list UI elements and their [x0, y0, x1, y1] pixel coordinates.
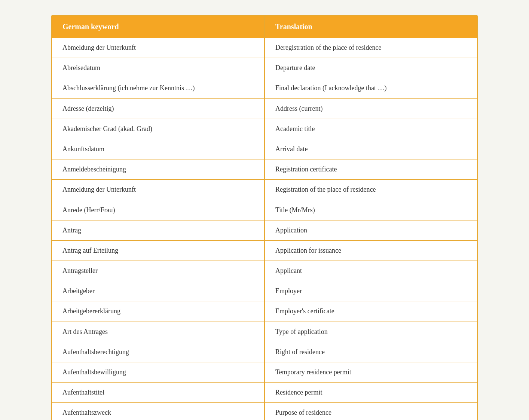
table-row: AufenthaltszweckPurpose of residence — [52, 403, 477, 420]
cell-german: Aufenthaltsberechtigung — [52, 342, 264, 362]
cell-translation: Academic title — [264, 119, 477, 139]
cell-translation: Registration certificate — [264, 159, 477, 180]
cell-german: Antrag auf Erteilung — [52, 240, 264, 261]
cell-translation: Final declaration (I acknowledge that …) — [264, 78, 477, 98]
cell-translation: Right of residence — [264, 342, 477, 362]
cell-translation: Residence permit — [264, 383, 477, 403]
glossary-table-container: German keyword Translation Abmeldung der… — [51, 15, 478, 420]
table-row: Anmeldung der UnterkunftRegistration of … — [52, 180, 477, 200]
cell-german: Abmeldung der Unterkunft — [52, 38, 264, 58]
cell-german: Anrede (Herr/Frau) — [52, 200, 264, 220]
table-row: AufenthaltsbewilligungTemporary residenc… — [52, 362, 477, 383]
cell-translation: Deregistration of the place of residence — [264, 38, 477, 58]
cell-german: Aufenthaltszweck — [52, 403, 264, 420]
cell-german: Ankunftsdatum — [52, 139, 264, 159]
table-row: AntragstellerApplicant — [52, 261, 477, 281]
cell-german: Arbeitgeber — [52, 281, 264, 301]
cell-translation: Temporary residence permit — [264, 362, 477, 383]
table-row: AnkunftsdatumArrival date — [52, 139, 477, 159]
cell-translation: Departure date — [264, 58, 477, 78]
cell-german: Antragsteller — [52, 261, 264, 281]
cell-german: Anmeldebescheinigung — [52, 159, 264, 180]
cell-german: Adresse (derzeitig) — [52, 98, 264, 119]
table-row: Abmeldung der UnterkunftDeregistration o… — [52, 38, 477, 58]
cell-german: Art des Antrages — [52, 322, 264, 342]
cell-translation: Title (Mr/Mrs) — [264, 200, 477, 220]
table-row: ArbeitgebererklärungEmployer's certifica… — [52, 301, 477, 322]
cell-translation: Employer's certificate — [264, 301, 477, 322]
table-row: Akademischer Grad (akad. Grad)Academic t… — [52, 119, 477, 139]
cell-german: Aufenthaltsbewilligung — [52, 362, 264, 383]
cell-german: Abschlusserklärung (ich nehme zur Kenntn… — [52, 78, 264, 98]
table-row: Antrag auf ErteilungApplication for issu… — [52, 240, 477, 261]
cell-translation: Purpose of residence — [264, 403, 477, 420]
cell-translation: Registration of the place of residence — [264, 180, 477, 200]
table-row: ArbeitgeberEmployer — [52, 281, 477, 301]
cell-german: Aufenthaltstitel — [52, 383, 264, 403]
cell-translation: Application — [264, 220, 477, 240]
table-row: Adresse (derzeitig)Address (current) — [52, 98, 477, 119]
table-body: Abmeldung der UnterkunftDeregistration o… — [52, 38, 477, 420]
table-row: AufenthaltsberechtigungRight of residenc… — [52, 342, 477, 362]
glossary-table: German keyword Translation Abmeldung der… — [52, 16, 477, 420]
table-header-row: German keyword Translation — [52, 16, 477, 38]
table-row: AufenthaltstitelResidence permit — [52, 383, 477, 403]
table-row: AntragApplication — [52, 220, 477, 240]
table-row: AnmeldebescheinigungRegistration certifi… — [52, 159, 477, 180]
cell-translation: Applicant — [264, 261, 477, 281]
cell-translation: Address (current) — [264, 98, 477, 119]
table-row: AbreisedatumDeparture date — [52, 58, 477, 78]
cell-german: Anmeldung der Unterkunft — [52, 180, 264, 200]
cell-german: Akademischer Grad (akad. Grad) — [52, 119, 264, 139]
cell-german: Abreisedatum — [52, 58, 264, 78]
header-translation: Translation — [264, 16, 477, 38]
cell-german: Antrag — [52, 220, 264, 240]
cell-translation: Application for issuance — [264, 240, 477, 261]
table-row: Anrede (Herr/Frau)Title (Mr/Mrs) — [52, 200, 477, 220]
table-row: Abschlusserklärung (ich nehme zur Kenntn… — [52, 78, 477, 98]
cell-translation: Arrival date — [264, 139, 477, 159]
cell-german: Arbeitgebererklärung — [52, 301, 264, 322]
cell-translation: Employer — [264, 281, 477, 301]
cell-translation: Type of application — [264, 322, 477, 342]
table-row: Art des AntragesType of application — [52, 322, 477, 342]
header-german: German keyword — [52, 16, 264, 38]
